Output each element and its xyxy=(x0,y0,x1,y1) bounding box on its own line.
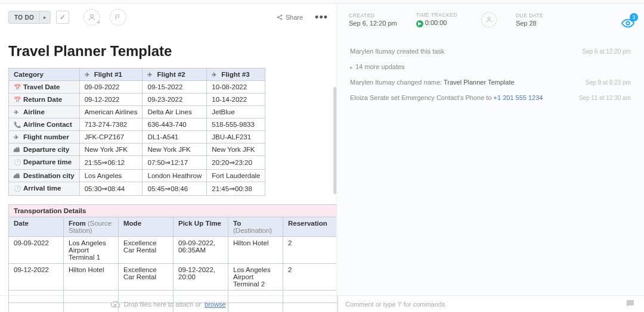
activity-log: Marylen Itumay created this taskSep 6 at… xyxy=(337,36,644,121)
flights-cell[interactable]: 20:20⇒23:20 xyxy=(207,156,265,170)
flights-cell[interactable]: Los Angeles xyxy=(79,170,143,182)
activity-timestamp: Sep 11 at 12:30 am xyxy=(579,95,631,101)
flights-cell[interactable]: 09-09-2022 xyxy=(79,81,143,93)
row-icon: 📞 xyxy=(14,121,21,128)
flights-cell[interactable]: 07:50⇒12:17 xyxy=(143,156,207,170)
flights-cell[interactable]: London Heathrow xyxy=(143,170,207,182)
flights-cell[interactable]: 09-12-2022 xyxy=(79,93,143,106)
flights-cell[interactable]: JetBlue xyxy=(207,106,265,118)
chevron-right-icon: ▸ xyxy=(350,64,353,70)
flights-cell[interactable]: 10-14-2022 xyxy=(207,93,265,106)
flights-row-header: 🕐Departure time xyxy=(9,156,80,170)
activity-more-updates[interactable]: ▸14 more updates xyxy=(350,63,631,70)
share-button[interactable]: Share xyxy=(276,14,303,21)
transport-cell[interactable] xyxy=(228,303,283,313)
due-date-label: DUE DATE xyxy=(516,13,543,18)
row-icon: 🕐 xyxy=(14,159,21,166)
activity-entry: Eloiza Serate set Emergency Contact's Ph… xyxy=(350,94,631,101)
flights-cell[interactable]: 21:45⇒00:38 xyxy=(207,182,265,196)
flights-cell[interactable]: 05:45⇒08:46 xyxy=(143,182,207,196)
flights-row-header: ✈Flight number xyxy=(9,131,80,143)
flights-cell[interactable]: 21:55⇒06:12 xyxy=(79,156,143,170)
transport-cell[interactable] xyxy=(174,291,228,303)
flights-cell[interactable]: New York JFK xyxy=(79,143,143,156)
transport-cell[interactable] xyxy=(9,303,64,313)
transport-cell[interactable]: 2 xyxy=(283,264,338,291)
flights-cell[interactable]: 636-443-740 xyxy=(143,118,207,131)
activity-entry: Marylen Itumay created this taskSep 6 at… xyxy=(350,48,631,55)
due-date-value: Sep 28 xyxy=(516,20,543,27)
row-icon: 📅 xyxy=(14,84,21,91)
transport-cell[interactable]: Los Angeles Airport Terminal 2 xyxy=(228,264,283,291)
transport-cell[interactable]: 09-09-2022 xyxy=(9,237,64,264)
transport-cell[interactable] xyxy=(64,291,119,303)
status-label: TO DO xyxy=(9,14,39,21)
priority-flag-button[interactable] xyxy=(110,9,126,26)
flights-cell[interactable]: New York JFK xyxy=(207,143,265,156)
transport-cell[interactable] xyxy=(174,303,228,313)
comment-placeholder: Comment or type '/' for commands xyxy=(345,301,445,308)
status-caret-icon[interactable]: ▸ xyxy=(39,11,50,23)
flights-cell[interactable]: JFK-CPZ167 xyxy=(79,131,143,143)
page-title[interactable]: Travel Planner Template xyxy=(0,31,336,68)
task-content-pane: TO DO ▸ ✓ + Share ••• Travel Planner Tem… xyxy=(0,4,336,295)
more-actions-button[interactable]: ••• xyxy=(315,11,328,24)
transport-cell[interactable] xyxy=(64,303,119,313)
transport-cell[interactable] xyxy=(283,291,338,303)
assignee-placeholder[interactable] xyxy=(481,12,497,27)
transport-cell[interactable]: Hilton Hotel xyxy=(228,237,283,264)
row-icon: 📅 xyxy=(14,96,21,103)
flights-cell[interactable]: American Airlines xyxy=(79,106,143,118)
transport-cell[interactable]: Hilton Hotel xyxy=(64,264,119,291)
transport-cell[interactable]: 09-12-2022, 20:00 xyxy=(174,264,228,291)
row-icon: 🏙 xyxy=(14,146,21,153)
transport-header: To (Destination) xyxy=(228,217,283,237)
flights-cell[interactable]: 518-555-9833 xyxy=(207,118,265,131)
time-tracked-meta[interactable]: TIME TRACKED ▶0:00:00 xyxy=(416,12,457,27)
flights-cell[interactable]: Fort Lauderdale xyxy=(207,170,265,182)
complete-check-button[interactable]: ✓ xyxy=(56,11,69,24)
flights-cell[interactable]: 09-15-2022 xyxy=(143,81,207,93)
transport-cell[interactable] xyxy=(228,291,283,303)
created-label: CREATED xyxy=(349,13,397,18)
transport-cell[interactable]: Excellence Car Rental xyxy=(119,264,174,291)
svg-point-0 xyxy=(91,14,94,17)
transport-cell[interactable] xyxy=(9,291,64,303)
flights-row-header: 🕐Arrival time xyxy=(9,182,80,196)
flights-row-header: 📞Airline Contact xyxy=(9,118,80,131)
created-meta: CREATED Sep 6, 12:20 pm xyxy=(349,13,397,27)
due-date-meta[interactable]: DUE DATE Sep 28 xyxy=(516,13,543,27)
flights-cell[interactable]: New York JFK xyxy=(143,143,207,156)
flights-cell[interactable]: 05:30⇒08:44 xyxy=(79,182,143,196)
add-assignee-plus-icon: + xyxy=(97,19,100,26)
transport-header: Reservation xyxy=(283,217,338,237)
transport-cell[interactable]: 2 xyxy=(283,237,338,264)
time-tracked-label: TIME TRACKED xyxy=(416,12,457,18)
status-button[interactable]: TO DO ▸ xyxy=(8,11,51,24)
flights-row-header: ✈Airline xyxy=(9,106,80,118)
transport-header: Mode xyxy=(119,217,174,237)
comment-input[interactable]: Comment or type '/' for commands xyxy=(336,296,644,312)
flights-cell[interactable]: Delta Air Lines xyxy=(143,106,207,118)
created-value: Sep 6, 12:20 pm xyxy=(349,20,397,27)
transport-cell[interactable]: Excellence Car Rental xyxy=(119,237,174,264)
transport-cell[interactable]: 09-12-2022 xyxy=(9,264,64,291)
flights-cell[interactable]: 10-08-2022 xyxy=(207,81,265,93)
transport-cell[interactable]: Los Angeles Airport Terminal 1 xyxy=(64,237,119,264)
watchers-button[interactable]: 3 xyxy=(621,17,634,32)
transport-cell[interactable] xyxy=(283,303,338,313)
transport-header: Date xyxy=(9,217,64,237)
assignee-button[interactable]: + xyxy=(83,9,100,26)
transport-cell[interactable] xyxy=(119,303,174,313)
transport-table: Transportation DetailsDateFrom (Source S… xyxy=(8,204,338,312)
flights-row-header: 📅Return Date xyxy=(9,93,80,106)
flights-cell[interactable]: 09-23-2022 xyxy=(143,93,207,106)
flights-cell[interactable]: 713-274-7382 xyxy=(79,118,143,131)
transport-cell[interactable] xyxy=(119,291,174,303)
chat-icon xyxy=(625,298,636,310)
flights-table: Category✈Flight #1✈Flight #2✈Flight #3📅T… xyxy=(8,68,265,196)
transport-cell[interactable]: 09-09-2022, 06:35AM xyxy=(174,237,228,264)
flights-cell[interactable]: JBU-ALF231 xyxy=(207,131,265,143)
flights-cell[interactable]: DL1-A541 xyxy=(143,131,207,143)
flights-row-header: 🏙Destination city xyxy=(9,170,80,182)
